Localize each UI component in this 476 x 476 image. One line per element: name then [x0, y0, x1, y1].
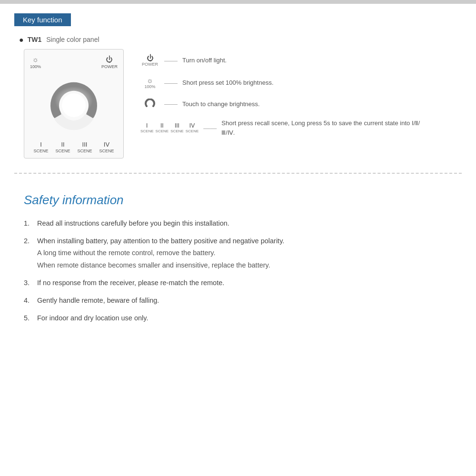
scene-III: III SCENE	[77, 141, 92, 153]
power-icon-panel: ⏻	[106, 55, 113, 63]
scene-I: I SCENE	[33, 141, 48, 153]
legend-area: ⏻ POWER —— Turn on/off light. ☼ 100% —— …	[140, 49, 421, 147]
legend-text-power: Turn on/off light.	[182, 57, 227, 64]
brightness-icon: ☼	[32, 55, 39, 63]
safety-section: Safety information 1. Read all instructi…	[0, 183, 476, 345]
legend-dash-4: ——	[203, 124, 217, 132]
scene-IV: IV SCENE	[99, 141, 114, 153]
safety-item-2: 2. When installing battery, pay attentio…	[24, 236, 452, 271]
knob-legend-icon	[140, 99, 159, 109]
legend-power: ⏻ POWER —— Turn on/off light.	[140, 54, 421, 67]
rotary-knob	[48, 79, 100, 131]
legend-text-brightness: Short press set 100% brightness.	[182, 79, 274, 86]
scene-btn-I: I SCENE	[140, 122, 154, 133]
panel-top-right: ⏻ POWER	[101, 55, 118, 69]
top-bar	[0, 0, 476, 4]
safety-subline-2b: When remote distance becomes smaller and…	[37, 260, 452, 271]
tw1-row: ● TW1 Single color panel	[19, 36, 462, 44]
safety-text-3: If no response from the receiver, please…	[37, 278, 452, 288]
safety-title: Safety information	[24, 193, 452, 208]
scene-II: II SCENE	[55, 141, 70, 153]
svg-point-0	[62, 93, 86, 117]
safety-text-1: Read all instructions carefully before y…	[37, 218, 452, 229]
panel-bottom-labels: I SCENE II SCENE III SCENE IV SCENE	[30, 141, 118, 153]
safety-text-5: For indoor and dry location use only.	[37, 313, 452, 324]
safety-item-5: 5. For indoor and dry location use only.	[24, 313, 452, 324]
legend-brightness: ☼ 100% —— Short press set 100% brightnes…	[140, 76, 421, 89]
key-function-header: Key function	[14, 13, 71, 26]
scene-btn-IV: IV SCENE	[186, 122, 199, 133]
safety-text-2: When installing battery, pay attention t…	[37, 237, 284, 245]
key-function-section: Key function ● TW1 Single color panel ☼ …	[0, 4, 476, 163]
safety-item-4: 4. Gently handle remote, beware of falli…	[24, 295, 452, 306]
safety-item-1: 1. Read all instructions carefully befor…	[24, 218, 452, 229]
svg-point-1	[148, 102, 152, 106]
power-label: POWER	[101, 64, 118, 69]
legend-text-scene: Short press recall scene, Long press 5s …	[221, 119, 421, 137]
tw1-name: Single color panel	[46, 36, 99, 43]
scene-btn-III: III SCENE	[170, 122, 184, 133]
panel-top-left: ☼ 100%	[30, 55, 41, 69]
legend-dash-2: ——	[164, 79, 178, 87]
brightness-label: 100%	[30, 64, 41, 69]
safety-list: 1. Read all instructions carefully befor…	[24, 218, 452, 324]
scene-buttons-legend: I SCENE II SCENE III SCENE IV SCENE	[140, 122, 198, 133]
safety-text-4: Gently handle remote, beware of falling.	[37, 295, 452, 306]
panel-top-icons: ☼ 100% ⏻ POWER	[30, 55, 118, 69]
safety-subline-2a: A long time without the remote control, …	[37, 248, 452, 258]
safety-item-3: 3. If no response from the receiver, ple…	[24, 278, 452, 288]
panel-area: ☼ 100% ⏻ POWER	[24, 49, 462, 159]
panel-diagram: ☼ 100% ⏻ POWER	[24, 49, 124, 159]
tw1-bullet: ●	[19, 36, 24, 44]
brightness-legend-icon: ☼ 100%	[140, 76, 159, 89]
legend-knob: —— Touch to change brightness.	[140, 99, 421, 109]
legend-scene: I SCENE II SCENE III SCENE IV SCENE	[140, 119, 421, 137]
legend-dash-3: ——	[164, 100, 178, 108]
legend-dash-1: ——	[164, 57, 178, 64]
dashed-divider	[14, 173, 462, 174]
power-legend-icon: ⏻ POWER	[140, 54, 159, 67]
scene-btn-II: II SCENE	[156, 122, 169, 133]
legend-text-knob: Touch to change brightness.	[182, 100, 260, 108]
tw1-label: TW1	[28, 36, 42, 43]
